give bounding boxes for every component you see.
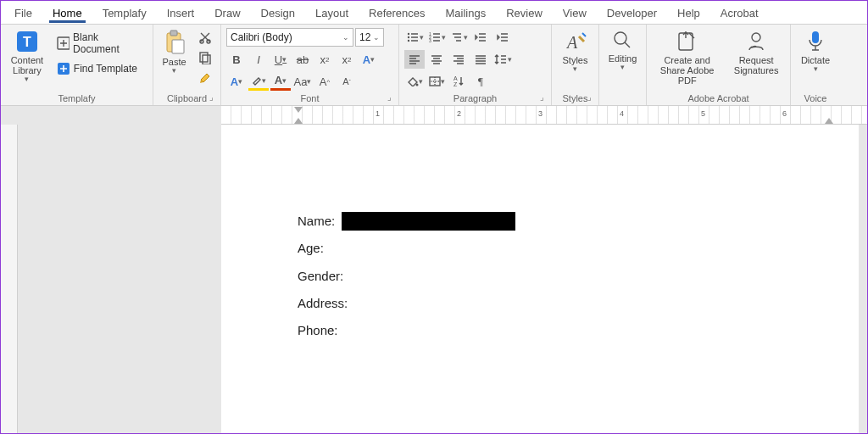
font-color-fill-button[interactable]: A▾ <box>226 72 247 91</box>
sort-button[interactable]: AZ <box>448 72 469 91</box>
svg-point-24 <box>752 33 760 42</box>
content-library-button[interactable]: T Content Library ▾ <box>6 28 48 84</box>
svg-text:3: 3 <box>429 38 431 43</box>
group-editing: Editing ▾ <box>599 25 647 105</box>
bullets-button[interactable]: ▾ <box>404 28 425 47</box>
paste-button[interactable]: Paste ▾ <box>159 28 190 75</box>
tab-templafy[interactable]: Templafy <box>92 3 157 22</box>
change-case-button[interactable]: Aa▾ <box>292 72 313 91</box>
editing-button[interactable]: Editing ▾ <box>604 28 641 72</box>
align-center-icon <box>431 54 442 64</box>
tab-home[interactable]: Home <box>42 3 92 22</box>
tab-help[interactable]: Help <box>667 3 710 22</box>
paintbrush-icon <box>198 71 212 85</box>
ruler-tick-3: 3 <box>538 109 542 118</box>
field-address: Address: <box>298 290 784 317</box>
increase-indent-button[interactable] <box>492 28 513 47</box>
right-indent-marker[interactable] <box>825 118 833 124</box>
svg-point-13 <box>407 40 409 42</box>
content-library-label: Content Library <box>6 55 48 75</box>
signature-icon <box>744 30 768 53</box>
highlight-button[interactable]: ▾ <box>248 72 269 91</box>
tab-design[interactable]: Design <box>251 3 305 22</box>
numbering-button[interactable]: 123▾ <box>426 28 447 47</box>
grow-font-button[interactable]: A^ <box>314 72 335 91</box>
ruler-tick-1: 1 <box>376 109 380 118</box>
vertical-ruler[interactable] <box>1 125 18 434</box>
underline-button[interactable]: U▾ <box>270 50 291 69</box>
tab-file[interactable]: File <box>4 3 42 22</box>
font-name-selector[interactable]: Calibri (Body)⌄ <box>226 28 353 47</box>
borders-button[interactable]: ▾ <box>426 72 447 91</box>
create-share-pdf-button[interactable]: Create and Share Adobe PDF <box>652 28 722 86</box>
svg-point-11 <box>407 33 409 35</box>
font-color-button[interactable]: A▾ <box>270 72 291 91</box>
superscript-button[interactable]: x2 <box>337 50 357 69</box>
horizontal-ruler[interactable]: 1 2 3 4 5 6 <box>221 106 867 125</box>
tab-draw[interactable]: Draw <box>204 3 250 22</box>
copy-icon <box>198 51 212 64</box>
format-painter-button[interactable] <box>195 69 215 87</box>
first-line-indent-marker[interactable] <box>294 107 303 113</box>
align-center-button[interactable] <box>426 50 447 69</box>
plus-document-icon <box>57 36 70 50</box>
svg-text:T: T <box>23 35 31 49</box>
align-right-button[interactable] <box>448 50 469 69</box>
label-address: Address: <box>298 290 348 317</box>
justify-button[interactable] <box>470 50 491 69</box>
align-left-icon <box>409 54 420 64</box>
tab-references[interactable]: References <box>359 3 435 22</box>
clipboard-icon <box>164 30 186 55</box>
tab-view[interactable]: View <box>553 3 597 22</box>
text-effects-button[interactable]: A▾ <box>359 50 379 69</box>
redacted-name-value <box>342 212 515 231</box>
align-left-button[interactable] <box>404 50 425 69</box>
highlighter-icon <box>252 75 262 86</box>
create-share-pdf-label: Create and Share Adobe PDF <box>652 55 722 86</box>
bold-button[interactable]: B <box>226 50 247 69</box>
dictate-button[interactable]: Dictate ▾ <box>796 28 835 74</box>
multilevel-list-button[interactable]: ▾ <box>448 28 469 47</box>
group-label-editing <box>604 102 641 103</box>
group-label-paragraph: Paragraph <box>404 92 546 103</box>
tab-mailings[interactable]: Mailings <box>436 3 497 22</box>
font-size-selector[interactable]: 12⌄ <box>355 28 384 47</box>
svg-text:A: A <box>565 33 578 52</box>
hanging-indent-marker[interactable] <box>294 118 303 124</box>
italic-button[interactable]: I <box>248 50 269 69</box>
subscript-button[interactable]: x2 <box>314 50 335 69</box>
tab-review[interactable]: Review <box>496 3 553 22</box>
find-template-button[interactable]: Find Template <box>53 60 147 77</box>
tab-developer[interactable]: Developer <box>597 3 667 22</box>
tab-acrobat[interactable]: Acrobat <box>710 3 769 22</box>
group-clipboard: Paste ▾ Clipboard <box>153 25 221 105</box>
cut-button[interactable] <box>195 28 215 47</box>
tab-insert[interactable]: Insert <box>157 3 205 22</box>
request-signatures-button[interactable]: Request Signatures <box>727 28 785 75</box>
plus-template-icon <box>57 62 70 75</box>
document-page[interactable]: Name: Age: Gender: Address: Phone: <box>221 125 859 434</box>
blank-document-button[interactable]: Blank Document <box>53 30 147 57</box>
copy-button[interactable] <box>195 48 215 67</box>
justify-icon <box>475 54 487 64</box>
align-right-icon <box>453 54 465 64</box>
group-templafy: T Content Library ▾ Blank Document Find … <box>1 25 153 105</box>
chevron-down-icon: ▾ <box>814 65 818 74</box>
chevron-down-icon: ▾ <box>25 75 29 84</box>
group-label-adobe: Adobe Acrobat <box>652 92 785 103</box>
line-spacing-button[interactable]: ▾ <box>492 50 513 69</box>
shading-button[interactable]: ▾ <box>404 72 425 91</box>
group-paragraph: ▾ 123▾ ▾ ▾ ▾ ▾ AZ ¶ Paragraph <box>399 25 552 105</box>
group-label-templafy: Templafy <box>6 92 147 103</box>
pdf-share-icon <box>676 30 699 53</box>
shrink-font-button[interactable]: Aˇ <box>337 72 357 91</box>
tab-layout[interactable]: Layout <box>305 3 359 22</box>
show-marks-button[interactable]: ¶ <box>470 72 491 91</box>
decrease-indent-button[interactable] <box>470 28 491 47</box>
svg-rect-25 <box>812 31 819 43</box>
strikethrough-button[interactable]: ab <box>292 50 313 69</box>
styles-button[interactable]: A Styles ▾ <box>557 28 593 74</box>
font-name-value: Calibri (Body) <box>231 31 292 43</box>
numbering-icon: 123 <box>428 31 442 43</box>
styles-icon: A <box>564 30 587 53</box>
